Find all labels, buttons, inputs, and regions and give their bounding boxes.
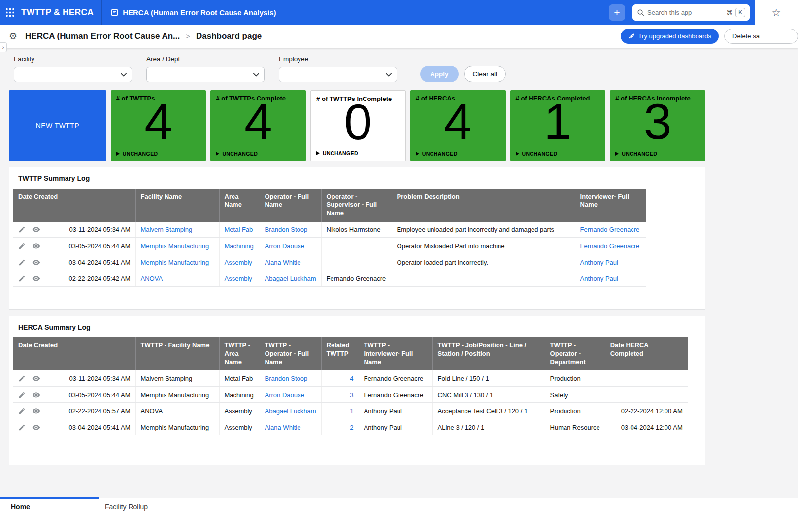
column-header-date[interactable]: Date Created <box>13 189 135 222</box>
apply-button[interactable]: Apply <box>420 66 459 82</box>
bottom-tab-bar: Home Facility Rollup <box>0 498 798 515</box>
view-icon[interactable] <box>32 258 40 266</box>
area-dept-select[interactable] <box>146 67 265 82</box>
topbar-page-link[interactable]: HERCA (Human Error Root Cause Analysis) <box>111 8 276 17</box>
cell-area: Assembly <box>219 419 260 435</box>
operator-link[interactable]: Abagael Luckham <box>265 275 316 282</box>
operator-link[interactable]: Alana Whitle <box>265 259 301 266</box>
facility-link[interactable]: Memphis Manufacturing <box>141 259 209 266</box>
facility-filter: Facility <box>14 55 132 82</box>
kpi-value: 4 <box>111 97 206 147</box>
column-header-area[interactable]: TWTTP - Area Name <box>219 337 260 370</box>
column-header-facility[interactable]: TWTTP - Facility Name <box>135 337 219 370</box>
operator-link[interactable]: Brandon Stoop <box>265 226 308 233</box>
column-header-date[interactable]: Date Created <box>13 337 135 370</box>
related-link[interactable]: 4 <box>350 375 353 382</box>
topbar-divider <box>101 0 102 25</box>
column-header-facility[interactable]: Facility Name <box>135 189 219 222</box>
trend-arrow-icon <box>416 152 419 156</box>
kpi-card[interactable]: # of HERCAs Incomplete3UNCHANGED <box>610 90 705 161</box>
search-icon <box>637 9 644 16</box>
trend-arrow-icon <box>615 152 619 156</box>
view-icon[interactable] <box>32 274 40 283</box>
cell-job: Fold Line / 150 / 1 <box>432 370 545 387</box>
operator-link[interactable]: Alana Whitle <box>265 424 301 431</box>
facility-link[interactable]: Memphis Manufacturing <box>141 242 209 250</box>
interviewer-link[interactable]: Fernando Greenacre <box>580 226 640 233</box>
edit-icon[interactable] <box>18 259 26 266</box>
app-search-box[interactable]: ⌘ K <box>632 4 750 21</box>
edit-icon[interactable] <box>18 275 26 282</box>
related-link[interactable]: 1 <box>350 407 353 415</box>
breadcrumb-app[interactable]: HERCA (Human Error Root Cause An... <box>25 32 180 41</box>
column-header-supervisor[interactable]: Operator - Supervisor - Full Name <box>321 189 392 222</box>
related-link[interactable]: 2 <box>350 424 353 431</box>
cell-facility: ANOVA <box>135 403 219 419</box>
operator-link[interactable]: Brandon Stoop <box>265 375 308 382</box>
facility-link[interactable]: ANOVA <box>141 275 163 282</box>
view-icon[interactable] <box>32 407 40 415</box>
apps-grid-icon[interactable] <box>6 8 14 17</box>
column-header-related[interactable]: Related TWTTP <box>321 337 359 370</box>
clear-all-button[interactable]: Clear all <box>464 66 506 82</box>
breadcrumb-separator-icon: > <box>186 32 190 40</box>
search-input[interactable] <box>647 9 723 16</box>
interviewer-link[interactable]: Anthony Paul <box>580 275 618 282</box>
area-link[interactable]: Metal Fab <box>225 226 253 233</box>
try-upgraded-dashboards-button[interactable]: Try upgraded dashboards <box>621 29 719 44</box>
kpi-card[interactable]: # of TWTTPs Complete4UNCHANGED <box>210 90 306 161</box>
command-key-icon: ⌘ <box>726 9 732 16</box>
column-header-problem[interactable]: Problem Description <box>392 189 575 222</box>
table-row: 03-04-2024 05:41 AMMemphis Manufacturing… <box>13 419 688 435</box>
edit-icon[interactable] <box>18 375 26 382</box>
cell-area: Assembly <box>219 403 260 419</box>
operator-link[interactable]: Arron Daouse <box>265 242 304 250</box>
view-icon[interactable] <box>32 225 40 233</box>
settings-gear-icon[interactable]: ⚙ <box>9 32 17 41</box>
area-link[interactable]: Machining <box>225 242 254 250</box>
column-header-operator[interactable]: Operator - Full Name <box>260 189 321 222</box>
column-header-interviewer[interactable]: Interviewer- Full Name <box>575 189 646 222</box>
column-header-interviewer[interactable]: TWTTP - Interviewer- Full Name <box>359 337 432 370</box>
facility-link[interactable]: Malvern Stamping <box>141 226 193 233</box>
edit-icon[interactable] <box>18 424 26 431</box>
edit-icon[interactable] <box>18 242 26 250</box>
related-link[interactable]: 3 <box>350 391 353 399</box>
column-header-operator[interactable]: TWTTP - Operator - Full Name <box>260 337 321 370</box>
add-button[interactable]: + <box>609 4 625 21</box>
column-header-dept[interactable]: TWTTP - Operator - Department <box>545 337 605 370</box>
kpi-card[interactable]: # of TWTTPs InComplete0UNCHANGED <box>310 90 406 161</box>
area-link[interactable]: Assembly <box>225 259 252 266</box>
sidebar-expand-toggle[interactable]: › <box>0 42 7 52</box>
favorites-corner: ☆ <box>755 0 798 25</box>
view-icon[interactable] <box>32 242 40 250</box>
tab-home[interactable]: Home <box>0 498 99 515</box>
view-icon[interactable] <box>32 423 40 432</box>
edit-icon[interactable] <box>18 226 26 233</box>
row-actions <box>13 419 59 435</box>
operator-link[interactable]: Arron Daouse <box>265 391 304 399</box>
kpi-card[interactable]: # of TWTTPs4UNCHANGED <box>111 90 206 161</box>
column-header-completed[interactable]: Date HERCA Completed <box>605 337 688 370</box>
facility-select[interactable] <box>14 67 132 82</box>
tab-facility-rollup[interactable]: Facility Rollup <box>99 498 148 515</box>
kpi-card[interactable]: # of HERCAs Completed1UNCHANGED <box>510 90 606 161</box>
facility-filter-label: Facility <box>14 55 132 63</box>
new-twttp-button[interactable]: NEW TWTTP <box>9 90 106 161</box>
interviewer-link[interactable]: Fernando Greenacre <box>580 242 640 250</box>
kpi-card[interactable]: # of HERCAs4UNCHANGED <box>410 90 506 161</box>
area-link[interactable]: Assembly <box>225 275 252 282</box>
edit-icon[interactable] <box>18 407 26 415</box>
view-icon[interactable] <box>32 391 40 399</box>
delete-button[interactable]: Delete sa <box>724 29 798 44</box>
interviewer-link[interactable]: Anthony Paul <box>580 259 618 266</box>
cell-operator: Arron Daouse <box>260 238 321 254</box>
k-key-badge: K <box>735 8 745 17</box>
column-header-job[interactable]: TWTTP - Job/Position - Line / Station / … <box>432 337 545 370</box>
column-header-area[interactable]: Area Name <box>219 189 260 222</box>
operator-link[interactable]: Abagael Luckham <box>265 407 316 415</box>
star-icon[interactable]: ☆ <box>772 7 781 18</box>
view-icon[interactable] <box>32 374 40 383</box>
employee-select[interactable] <box>279 67 397 82</box>
edit-icon[interactable] <box>18 391 26 399</box>
